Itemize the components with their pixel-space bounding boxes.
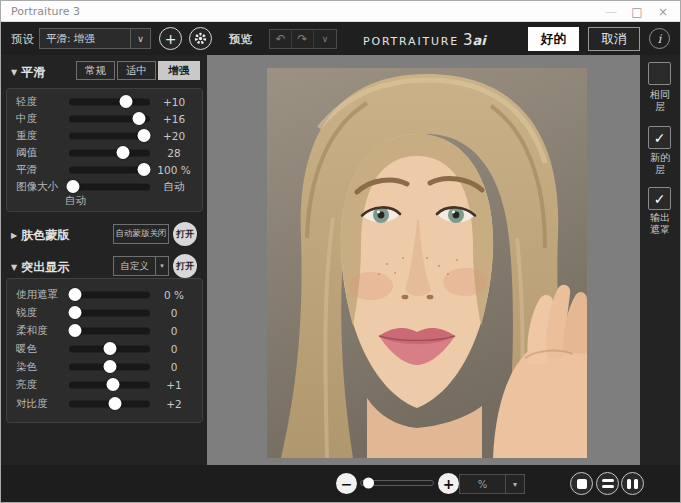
- slider-knob[interactable]: [117, 146, 130, 159]
- preview-toggle[interactable]: 预览: [229, 32, 252, 47]
- zoom-percent-dropdown[interactable]: ▾: [506, 474, 525, 494]
- check-icon: ✓: [654, 191, 666, 207]
- zoom-slider[interactable]: [360, 480, 434, 486]
- mode-medium-button[interactable]: 适中: [117, 61, 156, 80]
- zoom-percent-value[interactable]: %: [459, 474, 506, 494]
- history-dropdown-icon[interactable]: ∨: [314, 30, 336, 48]
- slider-knob[interactable]: [104, 342, 117, 355]
- slider-row: 使用遮罩 0 %: [7, 286, 202, 303]
- slider-row: 图像大小 自动: [7, 178, 202, 195]
- enhance-section-header[interactable]: ▼突出显示: [11, 259, 69, 276]
- app-logo: Portraiture3ai: [363, 30, 486, 49]
- output-options-panel: 相同层 ✓ 新的层 ✓ 输出遮罩: [640, 55, 680, 465]
- new-layer-checkbox[interactable]: ✓: [648, 126, 671, 149]
- zoom-percent-control: % ▾: [459, 474, 525, 494]
- slider-row: 重度 +20: [7, 127, 202, 144]
- chevron-down-icon: ▾: [155, 257, 168, 275]
- info-icon: i: [658, 32, 662, 46]
- output-mask-label: 输出遮罩: [640, 212, 680, 236]
- output-mask-checkbox[interactable]: ✓: [648, 187, 671, 210]
- chevron-down-icon: ▾: [513, 480, 517, 489]
- slider-knob[interactable]: [69, 324, 82, 337]
- skin-mask-open-button[interactable]: 打开: [173, 222, 197, 246]
- slider-knob[interactable]: [106, 378, 119, 391]
- smoothing-section-header[interactable]: ▼平滑: [11, 64, 45, 81]
- smoothing-slider[interactable]: [69, 166, 150, 173]
- skin-mask-section-header[interactable]: ▶肤色蒙版: [11, 227, 69, 244]
- slider-knob[interactable]: [119, 95, 132, 108]
- close-button[interactable]: ×: [650, 1, 676, 22]
- collapse-arrow-icon: ▼: [11, 68, 17, 77]
- sharpness-slider[interactable]: [69, 309, 150, 316]
- toolbar: 预设 平滑: 增强 ∨ + 预览 ↶ ↷ ∨ Portraiture3ai 好的…: [1, 22, 680, 55]
- collapse-arrow-icon: ▶: [11, 231, 17, 240]
- single-view-icon: [577, 479, 587, 489]
- preset-dropdown[interactable]: 平滑: 增强 ∨: [39, 28, 151, 49]
- slider-knob[interactable]: [69, 288, 82, 301]
- slider-row: 对比度 +2: [7, 395, 202, 412]
- slider-row: 柔和度 0: [7, 322, 202, 339]
- plus-icon: +: [165, 32, 177, 46]
- settings-button[interactable]: [189, 27, 212, 50]
- slider-row: 轻度 +10: [7, 93, 202, 110]
- window-controls: — □ ×: [598, 1, 676, 22]
- redo-icon[interactable]: ↷: [292, 30, 314, 48]
- add-preset-button[interactable]: +: [159, 27, 182, 50]
- chevron-down-icon[interactable]: ∨: [130, 29, 150, 48]
- slider-row: 染色 0: [7, 358, 202, 375]
- enhance-open-button[interactable]: 打开: [173, 254, 197, 278]
- zoom-slider-knob[interactable]: [363, 478, 374, 489]
- enhance-sliders-panel: 使用遮罩 0 % 锐度 0 柔和度 0 暖色 0 染色 0 亮度 +1: [6, 278, 203, 423]
- softness-slider[interactable]: [69, 327, 150, 334]
- tint-slider[interactable]: [69, 363, 150, 370]
- bottom-bar: − + % ▾: [1, 465, 680, 502]
- split-view-button[interactable]: [596, 472, 619, 495]
- smoothing-sliders-panel: 轻度 +10 中度 +16 重度 +20 阈值 28 平滑 100 % 图像大小…: [6, 88, 203, 212]
- split-view-icon: [602, 479, 614, 489]
- plus-icon: +: [443, 477, 455, 491]
- minus-icon: −: [341, 477, 353, 491]
- title-bar: Portraiture 3 — □ ×: [1, 1, 680, 22]
- slider-knob[interactable]: [104, 360, 117, 373]
- gear-icon: [194, 32, 207, 45]
- slider-row: 暖色 0: [7, 340, 202, 357]
- slider-knob[interactable]: [67, 180, 80, 193]
- mode-enhanced-button[interactable]: 增强: [158, 61, 200, 80]
- enhance-preset-dropdown[interactable]: 自定义 ▾: [113, 256, 169, 276]
- zoom-in-button[interactable]: +: [438, 473, 459, 494]
- collapse-arrow-icon: ▼: [11, 263, 17, 272]
- image-size-slider[interactable]: [69, 183, 150, 190]
- slider-row: 阈值 28: [7, 144, 202, 161]
- warmth-slider[interactable]: [69, 345, 150, 352]
- logo-text: Portraiture: [363, 35, 459, 48]
- slider-row: 平滑 100 %: [7, 161, 202, 178]
- slider-knob[interactable]: [109, 397, 122, 410]
- portrait-preview-image[interactable]: [267, 68, 587, 458]
- contrast-slider[interactable]: [69, 400, 150, 407]
- minimize-button[interactable]: —: [598, 1, 624, 22]
- zoom-out-button[interactable]: −: [336, 473, 357, 494]
- slider-knob[interactable]: [132, 112, 145, 125]
- large-slider[interactable]: [69, 132, 150, 139]
- cancel-button[interactable]: 取消: [588, 27, 640, 51]
- same-layer-checkbox[interactable]: [648, 62, 671, 85]
- fine-slider[interactable]: [69, 98, 150, 105]
- side-by-side-view-button[interactable]: [621, 472, 644, 495]
- info-button[interactable]: i: [649, 28, 670, 49]
- preview-canvas: [207, 55, 640, 465]
- slider-knob[interactable]: [69, 306, 82, 319]
- single-view-button[interactable]: [570, 472, 593, 495]
- mode-normal-button[interactable]: 常规: [76, 61, 115, 80]
- slider-row: 中度 +16: [7, 110, 202, 127]
- undo-icon[interactable]: ↶: [270, 30, 292, 48]
- auto-mask-status[interactable]: 自动蒙版关闭: [113, 224, 169, 244]
- medium-slider[interactable]: [69, 115, 150, 122]
- maximize-button[interactable]: □: [624, 1, 650, 22]
- ok-button[interactable]: 好的: [528, 27, 579, 51]
- threshold-slider[interactable]: [69, 149, 150, 156]
- window-title: Portraiture 3: [1, 5, 80, 18]
- logo-suffix: ai: [473, 33, 486, 48]
- side-by-side-view-icon: [627, 479, 638, 489]
- mask-opacity-slider[interactable]: [69, 291, 150, 298]
- brightness-slider[interactable]: [69, 381, 150, 388]
